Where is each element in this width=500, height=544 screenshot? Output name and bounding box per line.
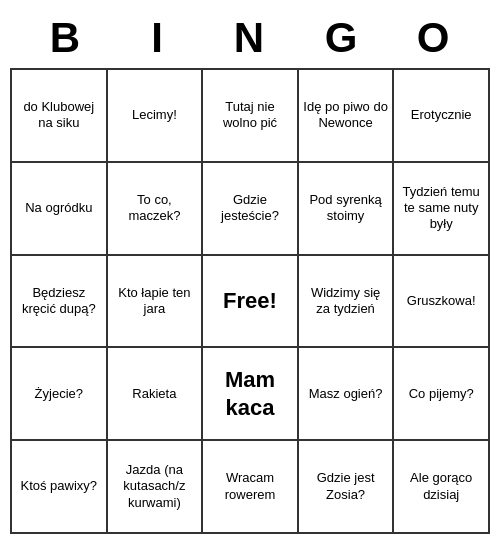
bingo-cell-3-3: Masz ogień?: [299, 348, 395, 441]
bingo-cell-1-2: Gdzie jesteście?: [203, 163, 299, 256]
bingo-cell-1-1: To co, maczek?: [108, 163, 204, 256]
bingo-cell-3-4: Co pijemy?: [394, 348, 490, 441]
bingo-title-letter: B: [20, 14, 112, 62]
bingo-cell-0-1: Lecimy!: [108, 70, 204, 163]
bingo-cell-2-3: Widzimy się za tydzień: [299, 256, 395, 349]
bingo-cell-0-4: Erotycznie: [394, 70, 490, 163]
bingo-cell-4-2: Wracam rowerem: [203, 441, 299, 534]
bingo-cell-3-2: Mam kaca: [203, 348, 299, 441]
bingo-title-letter: G: [296, 14, 388, 62]
bingo-cell-3-1: Rakieta: [108, 348, 204, 441]
bingo-cell-4-3: Gdzie jest Zosia?: [299, 441, 395, 534]
bingo-grid: do Klubowej na sikuLecimy!Tutaj nie woln…: [10, 68, 490, 534]
bingo-cell-2-4: Gruszkowa!: [394, 256, 490, 349]
bingo-title-letter: I: [112, 14, 204, 62]
bingo-cell-4-1: Jazda (na kutasach/z kurwami): [108, 441, 204, 534]
bingo-title: BINGO: [10, 10, 490, 68]
bingo-title-letter: O: [388, 14, 480, 62]
bingo-cell-0-2: Tutaj nie wolno pić: [203, 70, 299, 163]
bingo-cell-4-0: Ktoś pawixy?: [12, 441, 108, 534]
bingo-cell-4-4: Ale gorąco dzisiaj: [394, 441, 490, 534]
bingo-cell-1-4: Tydzień temu te same nuty były: [394, 163, 490, 256]
bingo-cell-1-0: Na ogródku: [12, 163, 108, 256]
bingo-cell-2-1: Kto łapie ten jara: [108, 256, 204, 349]
bingo-cell-3-0: Żyjecie?: [12, 348, 108, 441]
bingo-cell-0-3: Idę po piwo do Newonce: [299, 70, 395, 163]
bingo-title-letter: N: [204, 14, 296, 62]
bingo-cell-1-3: Pod syrenką stoimy: [299, 163, 395, 256]
bingo-cell-0-0: do Klubowej na siku: [12, 70, 108, 163]
bingo-cell-2-0: Będziesz kręcić dupą?: [12, 256, 108, 349]
bingo-cell-2-2: Free!: [203, 256, 299, 349]
